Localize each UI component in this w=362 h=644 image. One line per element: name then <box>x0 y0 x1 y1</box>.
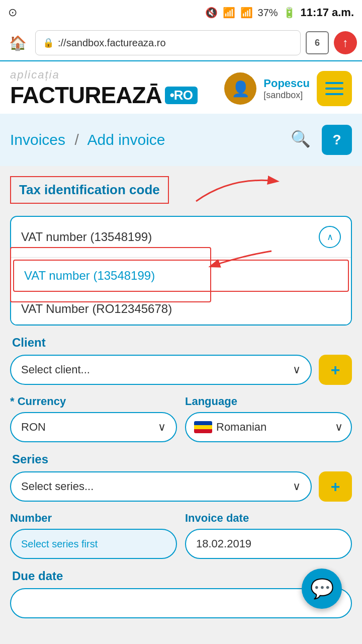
tab-count: 6 <box>315 38 320 48</box>
url-text: ://sandbox.factureaza.ro <box>58 37 166 49</box>
logo-text: FacTureazā <box>10 82 162 109</box>
app-logo-section: aplicația FacTureazā •RO <box>10 68 198 109</box>
chat-icon: 💬 <box>310 578 334 600</box>
home-button[interactable]: 🏠 <box>5 30 30 55</box>
flag-red <box>194 429 212 433</box>
dropdown-option-2[interactable]: VAT Number (RO12345678) <box>11 294 351 325</box>
user-section: 👤 Popescu [sandbox] <box>224 71 352 106</box>
due-date-field[interactable] <box>10 588 352 618</box>
currency-chevron: ∨ <box>158 421 166 434</box>
invoice-date-section: Invoice date 18.02.2019 <box>185 512 352 559</box>
romanian-flag <box>194 421 212 433</box>
client-section: Client Select client... ∨ + <box>10 336 352 385</box>
series-row: Select series... ∨ + <box>10 471 352 502</box>
status-bar: ⊙ 🔇 📶 📶 37% 🔋 11:17 a.m. <box>0 0 362 25</box>
lang-left: Romanian <box>194 421 266 434</box>
status-bar-left: ⊙ <box>8 6 17 19</box>
menu-button[interactable] <box>317 71 352 106</box>
tax-id-label-box: Tax identification code <box>10 176 169 204</box>
invoice-date-field[interactable]: 18.02.2019 <box>185 529 352 559</box>
menu-line-2 <box>325 88 343 90</box>
update-button[interactable]: ↑ <box>334 31 357 54</box>
invoice-date-label: Invoice date <box>185 512 352 525</box>
wifi-icon: 📶 <box>223 7 235 19</box>
nav-actions: 🔍 ? <box>287 125 352 155</box>
breadcrumb-invoices[interactable]: Invoices <box>10 131 65 148</box>
help-label: ? <box>332 132 341 148</box>
dropdown-current-value: VAT number (13548199) <box>21 230 152 244</box>
time-display: 11:17 a.m. <box>301 6 354 19</box>
lock-icon: 🔒 <box>43 37 54 48</box>
number-date-row: Number Select series first Invoice date … <box>10 512 352 559</box>
series-section: Series Select series... ∨ + <box>10 452 352 502</box>
series-dropdown[interactable]: Select series... ∨ <box>10 471 312 502</box>
breadcrumb: Invoices / Add invoice <box>10 131 165 148</box>
menu-line-3 <box>325 93 343 95</box>
language-chevron: ∨ <box>335 421 343 434</box>
mute-icon: 🔇 <box>205 7 218 19</box>
flag-blue <box>194 421 212 425</box>
tax-id-dropdown[interactable]: VAT number (13548199) ∧ VAT number (1354… <box>10 216 352 326</box>
search-button[interactable]: 🔍 <box>287 125 315 153</box>
currency-dropdown[interactable]: RON ∨ <box>10 412 177 442</box>
add-series-button[interactable]: + <box>319 471 352 502</box>
browser-bar: 🏠 🔒 ://sandbox.factureaza.ro 6 ↑ <box>0 25 362 61</box>
due-date-section: Due date <box>10 569 352 618</box>
help-button[interactable]: ? <box>322 125 352 155</box>
app-subtitle: aplicația <box>10 68 198 82</box>
breadcrumb-add-invoice[interactable]: Add invoice <box>87 131 165 148</box>
add-client-button[interactable]: + <box>319 355 352 385</box>
signal-icon: 📶 <box>240 7 253 19</box>
currency-language-row: * Currency RON ∨ Language Romanian ∨ <box>10 395 352 442</box>
chevron-down-icon: ∨ <box>293 363 301 376</box>
language-value: Romanian <box>216 421 266 434</box>
series-chevron: ∨ <box>293 480 301 493</box>
language-section: Language Romanian ∨ <box>185 395 352 442</box>
app-logo: FacTureazā •RO <box>10 82 198 109</box>
dropdown-option-1[interactable]: VAT number (13548199) <box>13 260 349 292</box>
breadcrumb-separator: / <box>74 131 78 148</box>
nav-bar: Invoices / Add invoice 🔍 ? <box>0 114 362 166</box>
chat-fab-button[interactable]: 💬 <box>302 569 342 609</box>
number-field: Select series first <box>10 529 177 559</box>
flag-yellow <box>194 425 212 429</box>
currency-section: * Currency RON ∨ <box>10 395 177 442</box>
due-date-label: Due date <box>10 569 352 583</box>
invoice-date-value: 18.02.2019 <box>196 537 251 550</box>
user-tag: [sandbox] <box>263 90 310 101</box>
tax-id-section: Tax identification code VAT number (1354… <box>10 176 352 326</box>
dropdown-options: VAT number (13548199) VAT Number (RO1234… <box>11 260 351 325</box>
main-content: Tax identification code VAT number (1354… <box>0 166 362 638</box>
series-placeholder: Select series... <box>21 480 94 493</box>
client-placeholder: Select client... <box>21 363 90 376</box>
client-dropdown[interactable]: Select client... ∨ <box>10 355 312 385</box>
battery-icon: 🔋 <box>283 7 296 19</box>
arrow-annotation-1 <box>191 171 292 211</box>
client-label: Client <box>10 336 352 350</box>
battery-text: 37% <box>258 7 278 19</box>
url-bar[interactable]: 🔒 ://sandbox.factureaza.ro <box>35 30 301 55</box>
number-section: Number Select series first <box>10 512 177 559</box>
client-row: Select client... ∨ + <box>10 355 352 385</box>
number-label: Number <box>10 512 177 525</box>
user-avatar: 👤 <box>224 72 256 105</box>
menu-line-1 <box>325 82 343 84</box>
currency-value: RON <box>21 421 46 434</box>
app-header: aplicația FacTureazā •RO 👤 Popescu [sand… <box>0 61 362 114</box>
language-label: Language <box>185 395 352 408</box>
logo-badge: •RO <box>165 87 198 104</box>
user-name: Popescu <box>263 77 310 90</box>
language-dropdown[interactable]: Romanian ∨ <box>185 412 352 442</box>
number-placeholder: Select series first <box>21 538 98 550</box>
tax-id-label: Tax identification code <box>19 182 160 197</box>
currency-label: * Currency <box>10 395 177 408</box>
wechat-icon: ⊙ <box>8 6 17 19</box>
status-bar-right: 🔇 📶 📶 37% 🔋 11:17 a.m. <box>205 6 354 19</box>
user-info: Popescu [sandbox] <box>263 77 310 101</box>
series-label: Series <box>10 452 352 466</box>
upload-icon: ↑ <box>342 36 348 50</box>
tab-count-button[interactable]: 6 <box>306 31 329 54</box>
chevron-up-icon[interactable]: ∧ <box>319 226 341 248</box>
dropdown-selected-value[interactable]: VAT number (13548199) ∧ <box>11 217 351 258</box>
